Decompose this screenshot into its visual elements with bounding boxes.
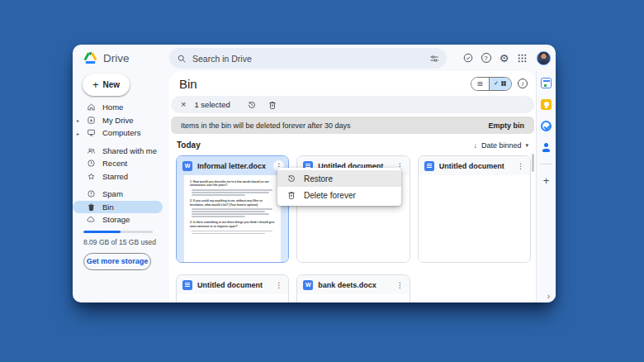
search-options-icon[interactable] <box>429 54 439 64</box>
app-name: Drive <box>103 52 130 64</box>
new-button[interactable]: + New <box>83 74 130 96</box>
chevron-down-icon: ▾ <box>525 142 528 149</box>
grid-view-icon <box>500 80 507 87</box>
account-avatar[interactable] <box>537 51 551 65</box>
page-title: Bin <box>179 77 197 91</box>
collapse-panel-chevron-icon[interactable]: › <box>547 292 550 301</box>
drive-logo-icon <box>83 52 97 64</box>
list-view-icon <box>476 80 484 88</box>
more-options-icon[interactable]: ⋮ <box>273 279 284 290</box>
settings-gear-icon[interactable]: ⚙ <box>498 52 510 64</box>
shared-people-icon <box>86 145 96 155</box>
add-addon-icon[interactable]: + <box>543 175 550 186</box>
sidebar: + New Home ▸ <box>73 71 169 302</box>
sidebar-item-storage[interactable]: Storage <box>73 213 163 226</box>
sort-control[interactable]: ↓ Date binned ▾ <box>473 141 528 150</box>
word-file-icon: W <box>303 280 313 290</box>
file-preview <box>419 175 530 263</box>
drive-window: Drive <box>73 45 556 302</box>
panel-header: Bin ✓ <box>179 74 528 93</box>
keep-icon[interactable] <box>541 99 552 110</box>
desktop-background: Drive <box>0 0 644 362</box>
search-bar[interactable] <box>169 48 447 69</box>
selected-count: 1 selected <box>194 100 230 109</box>
more-options-icon[interactable]: ⋮ <box>395 279 405 290</box>
file-card[interactable]: Untitled document ⋮ <box>418 155 531 263</box>
list-view-button[interactable] <box>471 78 490 90</box>
sidebar-item-recent[interactable]: Recent <box>73 157 163 170</box>
restore-toolbar-icon[interactable] <box>247 100 257 110</box>
storage-progress-fill <box>83 231 121 233</box>
my-drive-icon <box>86 115 96 125</box>
selection-toolbar: × 1 selected <box>171 96 534 113</box>
file-card[interactable]: W Informal letter.docx ⋮ 1. How would yo… <box>176 155 289 263</box>
help-icon[interactable]: ? <box>480 52 492 64</box>
file-preview: 1. How would you describe me in a few wo… <box>177 175 288 263</box>
sidebar-item-shared-with-me[interactable]: Shared with me <box>73 145 163 158</box>
clock-icon <box>86 159 96 169</box>
search-input[interactable] <box>192 54 424 64</box>
tasks-icon[interactable] <box>541 121 552 131</box>
expand-caret-icon[interactable]: ▸ <box>77 130 79 136</box>
empty-bin-button[interactable]: Empty bin <box>488 121 524 130</box>
sidebar-item-home[interactable]: Home <box>73 101 163 114</box>
side-panel: + › <box>536 71 556 302</box>
scrollbar-thumb[interactable] <box>532 154 535 172</box>
sort-direction-icon[interactable]: ↓ <box>473 141 477 150</box>
delete-forever-toolbar-icon[interactable] <box>268 100 277 110</box>
storage-usage-text: 8.09 GB of 15 GB used <box>83 238 169 246</box>
bin-icon <box>86 202 96 212</box>
bin-banner: Items in the bin will be deleted forever… <box>171 117 534 134</box>
drive-brand: Drive <box>73 52 169 64</box>
group-label: Today <box>177 141 201 150</box>
home-icon <box>86 102 96 112</box>
file-card[interactable]: Untitled document ⋮ <box>176 274 289 302</box>
view-toggle: ✓ <box>471 77 512 91</box>
search-icon <box>177 54 187 64</box>
sidebar-item-my-drive[interactable]: ▸ My Drive <box>73 114 163 127</box>
info-icon[interactable]: i <box>518 79 528 88</box>
document-preview-page: 1. How would you describe me in a few wo… <box>184 175 281 263</box>
check-icon: ✓ <box>494 80 499 87</box>
sidebar-item-bin[interactable]: Bin <box>73 201 163 214</box>
topbar-actions: ? ⚙ <box>462 45 551 71</box>
side-panel-divider <box>541 164 552 164</box>
sidebar-nav: Home ▸ My Drive ▸ <box>73 101 169 226</box>
banner-message: Items in the bin will be deleted forever… <box>181 121 351 130</box>
storage-progress-bar <box>83 231 153 233</box>
sort-label: Date binned <box>481 141 522 150</box>
word-file-icon: W <box>182 161 192 171</box>
group-row: Today ↓ Date binned ▾ <box>177 141 528 150</box>
grid-view-button[interactable]: ✓ <box>490 78 511 90</box>
calendar-icon[interactable] <box>541 78 552 88</box>
file-grid-row-2: Untitled document ⋮ W bank deets.docx ⋮ <box>176 274 531 302</box>
file-preview <box>177 294 288 302</box>
offline-status-icon[interactable] <box>462 52 474 64</box>
contacts-icon[interactable] <box>541 142 552 153</box>
clear-selection-icon[interactable]: × <box>181 100 186 109</box>
sidebar-item-starred[interactable]: Starred <box>73 170 163 183</box>
file-card[interactable]: W bank deets.docx ⋮ <box>296 274 410 302</box>
plus-icon: + <box>92 79 99 90</box>
context-menu-item-delete-forever[interactable]: Delete forever <box>277 187 401 203</box>
file-preview <box>297 294 409 302</box>
storage-block: 8.09 GB of 15 GB used Get more storage <box>73 231 169 270</box>
gdoc-file-icon <box>182 280 192 290</box>
context-menu-item-restore[interactable]: Restore <box>277 170 401 187</box>
computers-icon <box>86 128 96 138</box>
get-more-storage-button[interactable]: Get more storage <box>83 253 151 270</box>
topbar: Drive <box>73 45 556 71</box>
context-menu: Restore Delete forever <box>277 168 401 206</box>
sidebar-item-computers[interactable]: ▸ Computers <box>73 126 163 140</box>
gdoc-file-icon <box>424 161 434 171</box>
spam-icon <box>86 189 96 199</box>
sidebar-item-spam[interactable]: Spam <box>73 188 163 201</box>
restore-icon <box>286 174 296 183</box>
delete-forever-icon <box>286 190 296 200</box>
expand-caret-icon[interactable]: ▸ <box>77 117 79 123</box>
more-options-icon[interactable]: ⋮ <box>515 160 526 171</box>
star-icon <box>86 171 96 181</box>
cloud-icon <box>86 215 96 225</box>
apps-grid-icon[interactable] <box>516 52 528 64</box>
